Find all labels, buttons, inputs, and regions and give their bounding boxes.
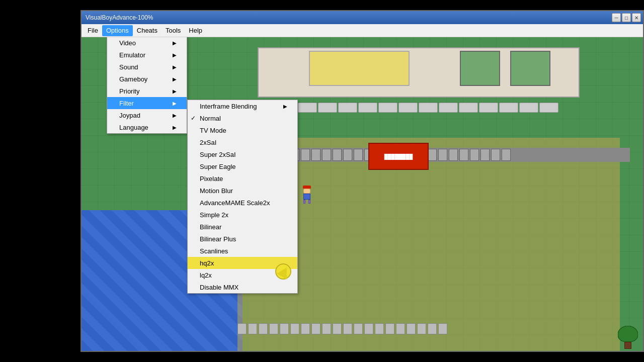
close-button[interactable]: ✕ bbox=[632, 13, 641, 22]
check-icon: ✓ bbox=[191, 115, 196, 122]
main-window: VisualBoyAdvance-100% ─ □ ✕ File Options… bbox=[80, 10, 644, 352]
options-dropdown[interactable]: Frame skip ▶ Video ▶ Emulator ▶ Sound ▶ bbox=[107, 37, 187, 134]
filter-hq2x[interactable]: hq2x bbox=[188, 257, 297, 269]
filter-2xsal[interactable]: 2xSaI bbox=[188, 136, 297, 148]
arrow-icon: ▶ bbox=[173, 125, 177, 130]
arrow-icon: ▶ bbox=[173, 88, 177, 94]
minimize-button[interactable]: ─ bbox=[612, 13, 621, 22]
maximize-button[interactable]: □ bbox=[622, 13, 631, 22]
filter-pixelate[interactable]: Pixelate bbox=[188, 172, 297, 185]
filter-bilinear[interactable]: Bilinear bbox=[188, 221, 297, 233]
filter-advancemame[interactable]: AdvanceMAME Scale2x bbox=[188, 197, 297, 209]
menu-language[interactable]: Language ▶ bbox=[107, 121, 187, 133]
player-character bbox=[303, 186, 311, 204]
filter-scanlines[interactable]: Scanlines bbox=[188, 245, 297, 257]
filter-submenu[interactable]: Interframe Blending ▶ ✓ Normal TV Mode 2… bbox=[187, 100, 298, 294]
menu-tools[interactable]: Tools bbox=[162, 25, 185, 36]
arrow-icon: ▶ bbox=[283, 104, 287, 109]
railroad-tracks bbox=[278, 148, 630, 162]
building-area bbox=[258, 47, 580, 98]
arrow-icon: ▶ bbox=[173, 113, 177, 118]
title-bar: VisualBoyAdvance-100% ─ □ ✕ bbox=[82, 11, 643, 24]
menu-filter[interactable]: Filter ▶ bbox=[107, 97, 187, 109]
menu-gameboy[interactable]: Gameboy ▶ bbox=[107, 73, 187, 85]
filter-normal[interactable]: ✓ Normal bbox=[188, 112, 297, 124]
filter-bilinear-plus[interactable]: Bilinear Plus bbox=[188, 233, 297, 245]
arrow-icon: ▶ bbox=[173, 101, 177, 106]
menu-help[interactable]: Help bbox=[185, 25, 206, 36]
filter-motion-blur[interactable]: Motion Blur bbox=[188, 185, 297, 197]
filter-simple-2x[interactable]: Simple 2x bbox=[188, 209, 297, 221]
menu-cheats[interactable]: Cheats bbox=[133, 25, 162, 36]
fence-area bbox=[258, 103, 580, 113]
filter-super-eagle[interactable]: Super Eagle bbox=[188, 160, 297, 172]
window-title: VisualBoyAdvance-100% bbox=[86, 14, 153, 21]
menu-sound[interactable]: Sound ▶ bbox=[107, 61, 187, 73]
arrow-icon: ▶ bbox=[173, 64, 177, 70]
filter-tv-mode[interactable]: TV Mode bbox=[188, 124, 297, 136]
menu-options[interactable]: Options bbox=[102, 25, 133, 36]
arrow-icon: ▶ bbox=[173, 52, 177, 58]
arrow-icon: ▶ bbox=[173, 40, 177, 46]
menu-emulator[interactable]: Emulator ▶ bbox=[107, 49, 187, 61]
game-sign: ████████ bbox=[368, 143, 429, 170]
filter-lq2x[interactable]: lq2x bbox=[188, 269, 297, 281]
arrow-icon: ▶ bbox=[173, 76, 177, 82]
game-area: ████████ bbox=[82, 37, 643, 351]
bottom-fence bbox=[237, 322, 539, 336]
menu-priority[interactable]: Priority ▶ bbox=[107, 85, 187, 97]
menu-bar: File Options Cheats Tools Help bbox=[82, 24, 643, 37]
window-controls: ─ □ ✕ bbox=[612, 13, 641, 22]
filter-disable-mmx[interactable]: Disable MMX bbox=[188, 281, 297, 293]
menu-video[interactable]: Video ▶ bbox=[107, 37, 187, 49]
game-background: ████████ bbox=[82, 37, 643, 351]
filter-super-2xsal[interactable]: Super 2xSaI bbox=[188, 148, 297, 160]
menu-file[interactable]: File bbox=[84, 25, 102, 36]
menu-joypad[interactable]: Joypad ▶ bbox=[107, 109, 187, 121]
filter-interframe[interactable]: Interframe Blending ▶ bbox=[188, 100, 297, 112]
